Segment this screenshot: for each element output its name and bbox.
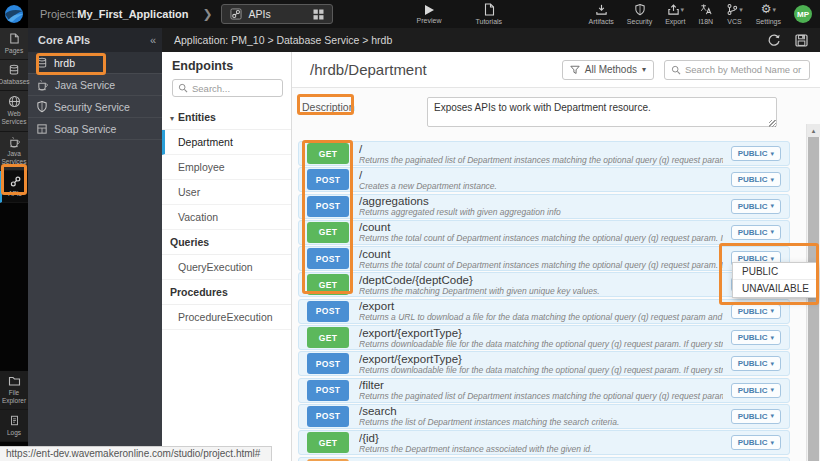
endpoint-texts: /{id}Returns the Department instance ass… — [359, 432, 723, 454]
save-icon[interactable] — [795, 34, 808, 47]
endpoint-list: GET/Returns the paginated list of Depart… — [298, 141, 790, 461]
access-dropdown-button[interactable]: PUBLIC▾ — [731, 383, 781, 398]
sidebar-item-java-services[interactable]: Java Services — [0, 132, 28, 171]
doc-icon — [9, 414, 20, 427]
refresh-icon[interactable] — [767, 33, 781, 47]
collapse-panel-icon[interactable]: « — [150, 34, 156, 46]
db-icon — [36, 57, 48, 69]
access-label: PUBLIC — [738, 333, 768, 342]
textarea-resize-grip[interactable] — [769, 120, 776, 127]
preview-button[interactable]: Preview — [417, 5, 442, 24]
api-icon — [9, 175, 22, 188]
endpoint-nav-user[interactable]: User — [162, 180, 291, 205]
endpoints-title: Endpoints — [162, 52, 291, 79]
chevron-down-icon: ▾ — [170, 114, 174, 123]
sidebar-item-logs[interactable]: Logs — [0, 410, 28, 442]
endpoint-description: Returns the matching Department with giv… — [359, 286, 723, 296]
shield-icon — [634, 3, 646, 16]
endpoint-description: Returns the Department instance associat… — [359, 444, 723, 454]
endpoints-search-input[interactable] — [192, 83, 272, 94]
sidebar-item-pages[interactable]: Pages — [0, 28, 28, 60]
rail-item-label: Logs — [7, 429, 21, 437]
access-dropdown-button[interactable]: PUBLIC▾ — [731, 435, 781, 450]
section-header-entities[interactable]: ▾Entities — [162, 105, 291, 130]
endpoint-nav-department[interactable]: Department — [162, 130, 291, 155]
scrollbar-thumb[interactable] — [808, 137, 819, 461]
tutorials-button[interactable]: Tutorials — [476, 3, 503, 25]
endpoint-description: Returns the paginated list of Department… — [359, 155, 723, 165]
endpoint-nav-queryexecution[interactable]: QueryExecution — [162, 255, 291, 280]
access-dropdown-button[interactable]: PUBLIC▾ — [731, 199, 781, 214]
chevron-right-icon: ❯ — [203, 7, 213, 21]
endpoints-search[interactable] — [172, 79, 283, 97]
core-api-item-hrdb[interactable]: hrdb — [28, 52, 162, 74]
topbar-action-label: Export — [665, 18, 685, 25]
endpoint-texts: /searchReturns the list of Department in… — [359, 405, 723, 427]
caret-down-icon: ▾ — [770, 202, 774, 210]
endpoint-description: Returns a URL to download a file for the… — [359, 312, 723, 322]
endpoint-path: /count — [359, 221, 723, 233]
project-name[interactable]: Project:My_First_Application — [40, 8, 189, 20]
section-header-queries[interactable]: Queries — [162, 230, 291, 255]
method-search-input[interactable] — [685, 64, 803, 75]
tab-apis[interactable]: APIs — [221, 4, 333, 24]
access-dropdown-button[interactable]: PUBLIC▾ — [731, 330, 781, 345]
endpoint-description: Returns downloadable file for the data m… — [359, 339, 723, 349]
access-dropdown-button[interactable]: PUBLIC▾ — [731, 225, 781, 240]
topbar-action-label: I18N — [698, 18, 713, 25]
dropdown-option-unavailable[interactable]: UNAVAILABLE — [733, 280, 816, 297]
caret-down-icon: ▾ — [770, 360, 774, 368]
core-api-item-soap-service[interactable]: Soap Service — [28, 118, 162, 140]
topbar-action-vcs[interactable]: ▾VCS — [726, 3, 743, 25]
topbar-action-export[interactable]: ▾Export — [665, 3, 685, 25]
topbar-action-artifacts[interactable]: Artifacts — [589, 3, 614, 25]
topbar-action-settings[interactable]: ⚙▾Settings — [756, 3, 781, 25]
endpoint-nav-employee[interactable]: Employee — [162, 155, 291, 180]
sidebar-item-web-services[interactable]: Web Services — [0, 91, 28, 131]
page-icon — [8, 32, 20, 45]
soap-icon — [36, 123, 48, 135]
endpoint-path: /export/{exportType} — [359, 327, 723, 339]
filter-icon — [570, 65, 580, 75]
access-dropdown-button[interactable]: PUBLIC▾ — [731, 356, 781, 371]
endpoint-row: POST/Creates a new Department instance.P… — [298, 167, 790, 192]
access-label: PUBLIC — [738, 438, 768, 447]
core-api-item-security-service[interactable]: Security Service — [28, 96, 162, 118]
access-dropdown-button[interactable]: PUBLIC▾ — [731, 304, 781, 319]
endpoint-row: GET/deptCode/{deptCode}Returns the match… — [298, 272, 790, 297]
endpoint-texts: /Returns the paginated list of Departmen… — [359, 143, 723, 165]
caret-down-icon: ▾ — [770, 307, 774, 315]
access-dropdown-button[interactable]: PUBLIC▾ — [731, 146, 781, 161]
sidebar-item-databases[interactable]: Databases — [0, 60, 28, 91]
endpoint-description: Returns the paginated list of Department… — [359, 391, 723, 401]
wavemaker-logo-icon[interactable] — [0, 0, 28, 28]
endpoint-nav-procedureexecution[interactable]: ProcedureExecution — [162, 305, 291, 330]
dropdown-option-public[interactable]: PUBLIC — [733, 263, 816, 280]
rail-bottom-group: File ExplorerLogs — [0, 371, 28, 442]
endpoint-nav-vacation[interactable]: Vacation — [162, 205, 291, 230]
core-api-item-java-service[interactable]: Java Service — [28, 74, 162, 96]
play-icon — [425, 5, 434, 15]
section-header-procedures[interactable]: Procedures — [162, 280, 291, 305]
all-methods-filter-button[interactable]: All Methods ▾ — [562, 60, 654, 80]
access-dropdown-button[interactable]: PUBLIC▾ — [731, 409, 781, 424]
method-badge-get: GET — [307, 143, 349, 164]
description-textarea[interactable]: Exposes APIs to work with Department res… — [427, 97, 777, 127]
endpoint-row: POST/searchReturns the list of Departmen… — [298, 404, 790, 429]
method-badge-get: GET — [307, 432, 349, 453]
sidebar-item-file-explorer[interactable]: File Explorer — [0, 371, 28, 410]
endpoint-row: GET/Returns the paginated list of Depart… — [298, 141, 790, 166]
scroll-up-icon[interactable]: ▴ — [807, 124, 820, 137]
method-search[interactable] — [664, 60, 810, 80]
topbar-action-security[interactable]: Security — [627, 3, 652, 25]
method-badge-post: POST — [307, 248, 349, 269]
user-avatar[interactable]: MP — [794, 5, 812, 23]
access-label: PUBLIC — [738, 202, 768, 211]
sidebar-item-apis[interactable]: APIs — [0, 171, 28, 203]
method-badge-post: POST — [307, 380, 349, 401]
endpoint-row: POST/countReturns the total count of Dep… — [298, 246, 790, 271]
access-dropdown-button[interactable]: PUBLIC▾ — [731, 172, 781, 187]
topbar-action-i18n[interactable]: I18N — [698, 3, 713, 25]
topbar-action-label: Artifacts — [589, 18, 614, 25]
grid-icon[interactable] — [313, 9, 324, 20]
